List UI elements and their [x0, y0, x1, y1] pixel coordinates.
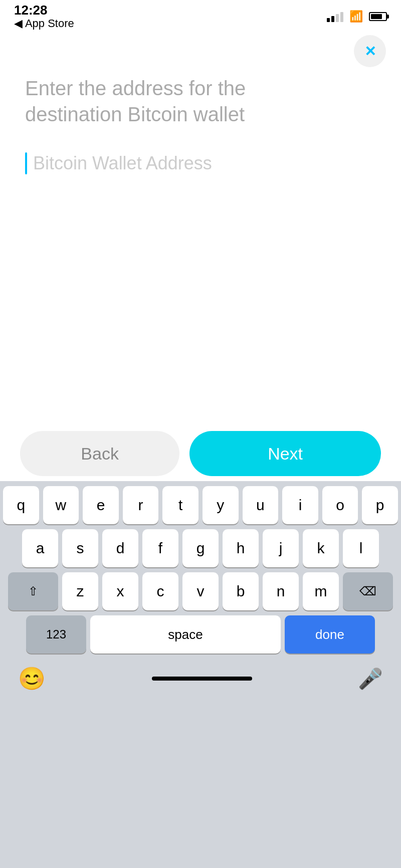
keyboard-row-3: ⇧ z x c v b n m ⌫ — [3, 572, 398, 610]
keyboard-row-1: q w e r t y u i o p — [3, 486, 398, 524]
text-cursor — [25, 152, 27, 174]
key-r[interactable]: r — [123, 486, 159, 524]
battery-icon — [369, 12, 387, 21]
key-w[interactable]: w — [43, 486, 79, 524]
main-content: ✕ Enter the address for the destination … — [0, 30, 401, 189]
key-j[interactable]: j — [263, 529, 299, 567]
key-g[interactable]: g — [182, 529, 219, 567]
shift-key[interactable]: ⇧ — [8, 572, 58, 610]
key-v[interactable]: v — [182, 572, 219, 610]
key-o[interactable]: o — [322, 486, 358, 524]
status-bar: 12:28 ◀ App Store 📶 — [0, 0, 401, 30]
keyboard-bottom-bar: 😊 🎤 — [3, 659, 398, 702]
status-appstore[interactable]: ◀ App Store — [14, 17, 74, 30]
signal-icon — [327, 11, 343, 22]
wifi-icon: 📶 — [349, 10, 363, 23]
home-indicator — [152, 677, 252, 681]
content-wrapper: ✕ Enter the address for the destination … — [0, 30, 401, 491]
page-heading: Enter the address for the destination Bi… — [25, 75, 376, 127]
keyboard: q w e r t y u i o p a s d f g h j k l ⇧ … — [0, 481, 401, 868]
key-e[interactable]: e — [83, 486, 119, 524]
key-f[interactable]: f — [142, 529, 178, 567]
delete-key[interactable]: ⌫ — [343, 572, 393, 610]
key-l[interactable]: l — [343, 529, 379, 567]
key-x[interactable]: x — [102, 572, 138, 610]
action-buttons: Back Next — [0, 416, 401, 491]
keyboard-row-4: 123 space done — [3, 615, 398, 654]
done-key[interactable]: done — [285, 615, 375, 654]
microphone-button[interactable]: 🎤 — [358, 667, 383, 691]
key-k[interactable]: k — [303, 529, 339, 567]
next-button[interactable]: Next — [189, 431, 381, 476]
key-c[interactable]: c — [142, 572, 178, 610]
back-button[interactable]: Back — [20, 431, 179, 476]
status-time: 12:28 — [14, 3, 74, 18]
key-d[interactable]: d — [102, 529, 138, 567]
key-t[interactable]: t — [162, 486, 198, 524]
status-right: 📶 — [327, 10, 387, 23]
key-u[interactable]: u — [243, 486, 279, 524]
emoji-button[interactable]: 😊 — [18, 666, 46, 692]
key-y[interactable]: y — [203, 486, 239, 524]
key-b[interactable]: b — [223, 572, 259, 610]
key-h[interactable]: h — [223, 529, 259, 567]
status-left: 12:28 ◀ App Store — [14, 3, 74, 31]
key-a[interactable]: a — [22, 529, 58, 567]
keyboard-row-2: a s d f g h j k l — [3, 529, 398, 567]
key-q[interactable]: q — [3, 486, 39, 524]
key-s[interactable]: s — [62, 529, 98, 567]
key-n[interactable]: n — [263, 572, 299, 610]
key-z[interactable]: z — [62, 572, 98, 610]
key-i[interactable]: i — [282, 486, 318, 524]
close-button[interactable]: ✕ — [354, 35, 386, 67]
wallet-address-input[interactable] — [33, 153, 376, 174]
key-m[interactable]: m — [303, 572, 339, 610]
space-key[interactable]: space — [90, 615, 281, 654]
wallet-input-container[interactable] — [25, 147, 376, 179]
numbers-key[interactable]: 123 — [26, 615, 86, 654]
key-p[interactable]: p — [362, 486, 398, 524]
